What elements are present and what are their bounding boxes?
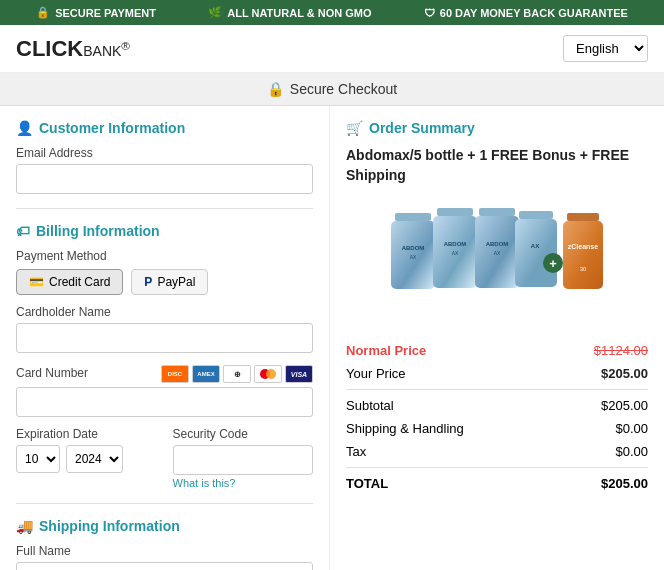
svg-text:AX: AX bbox=[494, 250, 501, 256]
banner-secure-text: SECURE PAYMENT bbox=[55, 7, 156, 19]
credit-card-button[interactable]: 💳 Credit Card bbox=[16, 269, 123, 295]
svg-text:ABDOM: ABDOM bbox=[486, 241, 509, 247]
left-column: 👤 Customer Information Email Address 🏷 B… bbox=[0, 106, 330, 570]
full-name-input[interactable] bbox=[16, 562, 313, 570]
card-icons: DISC AMEX ⊕ VISA bbox=[161, 365, 313, 383]
right-column: 🛒 Order Summary Abdomax/5 bottle + 1 FRE… bbox=[330, 106, 664, 570]
full-name-label: Full Name bbox=[16, 544, 313, 558]
leaf-icon: 🌿 bbox=[208, 6, 222, 19]
svg-text:ABDOM: ABDOM bbox=[402, 245, 425, 251]
logo-bold: CLICK bbox=[16, 36, 83, 61]
top-banner: 🔒 SECURE PAYMENT 🌿 ALL NATURAL & NON GMO… bbox=[0, 0, 664, 25]
what-is-this-link[interactable]: What is this? bbox=[173, 477, 314, 489]
tax-label: Tax bbox=[346, 444, 366, 459]
tag-icon: 🏷 bbox=[16, 223, 30, 239]
subtotal-value: $205.00 bbox=[601, 398, 648, 413]
total-label: TOTAL bbox=[346, 476, 388, 491]
svg-text:AX: AX bbox=[452, 250, 459, 256]
lock-icon: 🔒 bbox=[36, 6, 50, 19]
main-content: 👤 Customer Information Email Address 🏷 B… bbox=[0, 106, 664, 570]
language-select[interactable]: English Spanish French German bbox=[563, 35, 648, 62]
payment-method-label: Payment Method bbox=[16, 249, 313, 263]
shipping-label: Shipping & Handling bbox=[346, 421, 464, 436]
paypal-label: PayPal bbox=[157, 275, 195, 289]
product-image-area: ABDOM AX ABDOM AX ABDOM AX bbox=[346, 195, 648, 325]
customer-section-title: 👤 Customer Information bbox=[16, 120, 313, 136]
your-price-row: Your Price $205.00 bbox=[346, 362, 648, 385]
svg-rect-6 bbox=[437, 208, 473, 216]
discover-icon: DISC bbox=[161, 365, 189, 383]
cardholder-label: Cardholder Name bbox=[16, 305, 313, 319]
credit-card-icon: 💳 bbox=[29, 275, 44, 289]
svg-rect-20 bbox=[563, 221, 603, 289]
secure-checkout-label: Secure Checkout bbox=[290, 81, 397, 97]
svg-rect-2 bbox=[395, 213, 431, 221]
banner-natural-text: ALL NATURAL & NON GMO bbox=[227, 7, 371, 19]
svg-text:+: + bbox=[549, 256, 557, 271]
expiry-selects: 01020304 05060708 09101112 202420252026 … bbox=[16, 445, 157, 473]
subtotal-label: Subtotal bbox=[346, 398, 394, 413]
amex-icon: AMEX bbox=[192, 365, 220, 383]
svg-text:zCleanse: zCleanse bbox=[568, 243, 598, 250]
email-label: Email Address bbox=[16, 146, 313, 160]
security-section: Security Code What is this? bbox=[173, 417, 314, 489]
email-input[interactable] bbox=[16, 164, 313, 194]
logo: CLICKBANK® bbox=[16, 36, 130, 62]
expiry-security-row: Expiration Date 01020304 05060708 091011… bbox=[16, 417, 313, 489]
secure-checkout-bar: 🔒 Secure Checkout bbox=[0, 73, 664, 106]
card-number-input[interactable] bbox=[16, 387, 313, 417]
user-icon: 👤 bbox=[16, 120, 33, 136]
shipping-row: Shipping & Handling $0.00 bbox=[346, 417, 648, 440]
security-code-input[interactable] bbox=[173, 445, 314, 475]
svg-point-1 bbox=[266, 369, 276, 379]
normal-price-label: Normal Price bbox=[346, 343, 426, 358]
order-summary-title: 🛒 Order Summary bbox=[346, 120, 648, 136]
shipping-value: $0.00 bbox=[615, 421, 648, 436]
product-image: ABDOM AX ABDOM AX ABDOM AX bbox=[387, 195, 607, 325]
subtotal-row: Subtotal $205.00 bbox=[346, 394, 648, 417]
expiry-section: Expiration Date 01020304 05060708 091011… bbox=[16, 417, 157, 489]
banner-guarantee-text: 60 DAY MONEY BACK GUARANTEE bbox=[440, 7, 628, 19]
shipping-section-title: 🚚 Shipping Information bbox=[16, 518, 313, 534]
paypal-button[interactable]: P PayPal bbox=[131, 269, 208, 295]
svg-rect-15 bbox=[515, 219, 557, 287]
svg-rect-10 bbox=[479, 208, 515, 216]
visa-icon: VISA bbox=[285, 365, 313, 383]
truck-icon: 🚚 bbox=[16, 518, 33, 534]
payment-methods: 💳 Credit Card P PayPal bbox=[16, 269, 313, 295]
svg-text:AX: AX bbox=[410, 254, 417, 260]
cart-icon: 🛒 bbox=[346, 120, 363, 136]
total-value: $205.00 bbox=[601, 476, 648, 491]
credit-card-label: Credit Card bbox=[49, 275, 110, 289]
security-code-label: Security Code bbox=[173, 427, 314, 441]
tax-value: $0.00 bbox=[615, 444, 648, 459]
banner-secure: 🔒 SECURE PAYMENT bbox=[36, 6, 156, 19]
logo-reg: BANK® bbox=[83, 43, 130, 59]
total-row: TOTAL $205.00 bbox=[346, 472, 648, 495]
expiry-year-select[interactable]: 202420252026 2027202820292030 bbox=[66, 445, 123, 473]
header: CLICKBANK® English Spanish French German bbox=[0, 25, 664, 73]
svg-text:ABDOM: ABDOM bbox=[444, 241, 467, 247]
tax-row: Tax $0.00 bbox=[346, 440, 648, 463]
shield-icon: 🛡 bbox=[424, 7, 435, 19]
diners-icon: ⊕ bbox=[223, 365, 251, 383]
normal-price-value: $1124.00 bbox=[594, 343, 648, 358]
banner-guarantee: 🛡 60 DAY MONEY BACK GUARANTEE bbox=[424, 7, 628, 19]
normal-price-row: Normal Price $1124.00 bbox=[346, 339, 648, 362]
svg-rect-19 bbox=[567, 213, 599, 221]
svg-rect-14 bbox=[519, 211, 553, 219]
banner-natural: 🌿 ALL NATURAL & NON GMO bbox=[208, 6, 371, 19]
checkout-lock-icon: 🔒 bbox=[267, 81, 284, 97]
expiry-month-select[interactable]: 01020304 05060708 09101112 bbox=[16, 445, 60, 473]
cardholder-input[interactable] bbox=[16, 323, 313, 353]
paypal-icon: P bbox=[144, 275, 152, 289]
expiration-label: Expiration Date bbox=[16, 427, 157, 441]
svg-text:AX: AX bbox=[531, 243, 539, 249]
card-number-label: Card Number DISC AMEX ⊕ VISA bbox=[16, 363, 313, 383]
billing-section-title: 🏷 Billing Information bbox=[16, 223, 313, 239]
svg-text:30: 30 bbox=[580, 266, 587, 272]
your-price-label: Your Price bbox=[346, 366, 406, 381]
mastercard-icon bbox=[254, 365, 282, 383]
your-price-value: $205.00 bbox=[601, 366, 648, 381]
product-name: Abdomax/5 bottle + 1 FREE Bonus + FREE S… bbox=[346, 146, 648, 185]
